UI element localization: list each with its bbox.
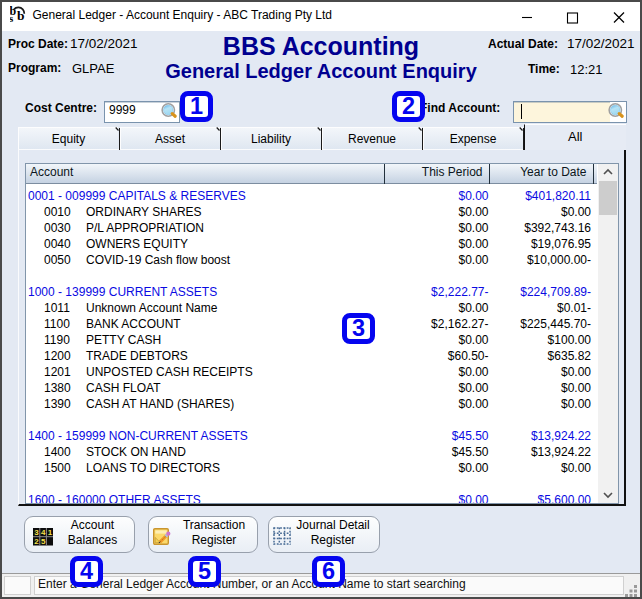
- svg-text:3: 3: [34, 528, 39, 537]
- svg-text:1: 1: [48, 528, 53, 537]
- svg-text:5: 5: [41, 537, 46, 546]
- svg-text:4: 4: [41, 528, 46, 537]
- svg-text:2: 2: [34, 537, 39, 546]
